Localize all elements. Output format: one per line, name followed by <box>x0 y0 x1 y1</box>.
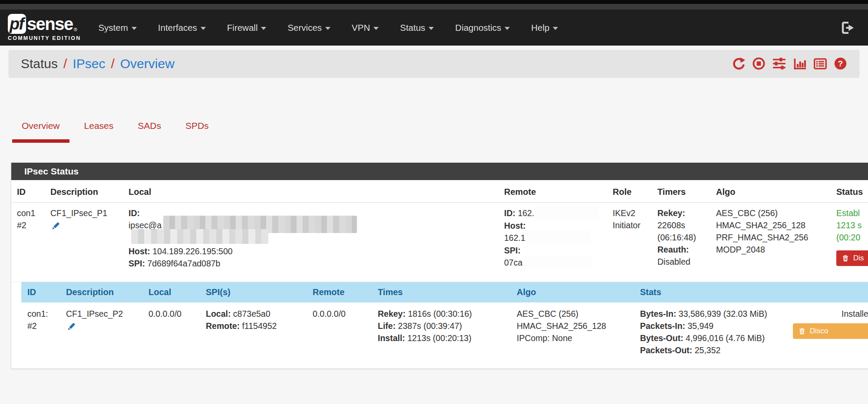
child-remote-cell: 0.0.0.0/0 <box>307 302 372 366</box>
breadcrumb-separator: / <box>111 56 114 71</box>
nav-status-label: Status <box>400 23 425 33</box>
redaction-block <box>525 230 591 244</box>
child-id-cell: con1: #2 <box>21 302 60 366</box>
packets-in-label: Packets-In: <box>640 321 685 331</box>
nav-diagnostics-label: Diagnostics <box>455 23 501 33</box>
column-algo: Algo <box>511 282 634 302</box>
ike-id-line2: #2 <box>17 219 39 231</box>
column-role: Role <box>607 180 652 203</box>
child-description: CF1_IPsec_P2 <box>66 308 136 320</box>
help-icon[interactable]: ? <box>834 57 847 70</box>
rekey-value: 22608s <box>657 219 705 231</box>
sliders-icon[interactable] <box>772 56 786 71</box>
nav-firewall[interactable]: Firewall <box>227 23 267 33</box>
ike-id-cell: con1 #2 <box>11 203 45 282</box>
tab-overview[interactable]: Overview <box>12 121 69 143</box>
edit-pencil-icon[interactable] <box>66 322 76 335</box>
nav-system[interactable]: System <box>98 23 136 33</box>
list-icon[interactable] <box>813 57 827 71</box>
chevron-down-icon <box>505 27 510 30</box>
nav-status[interactable]: Status <box>400 23 434 33</box>
nav-system-label: System <box>98 23 128 33</box>
nav-interfaces[interactable]: Interfaces <box>158 23 206 33</box>
chevron-down-icon <box>553 27 558 30</box>
bar-chart-icon[interactable] <box>793 57 807 71</box>
status-uptime: 1213 s <box>836 219 868 231</box>
remote-spi-label: SPI: <box>504 246 521 255</box>
stop-icon[interactable] <box>752 57 766 70</box>
ike-algo-cell: AES_CBC (256) HMAC_SHA2_256_128 PRF_HMAC… <box>710 203 831 282</box>
nav-vpn[interactable]: VPN <box>352 23 379 33</box>
bytes-in-value: 33,586,939 (32.03 MiB) <box>679 309 767 319</box>
child-state-cell: Installed Disco <box>811 302 868 366</box>
brand-edition: COMMUNITY EDITION <box>8 35 81 41</box>
top-navbar: pf sense ® COMMUNITY EDITION System Inte… <box>0 10 868 46</box>
column-id: ID <box>21 282 60 302</box>
disconnect-child-button[interactable]: Disco <box>793 323 868 339</box>
ike-local-cell: ID: ipsec@a Host: 104.189.226.195:500 SP… <box>123 203 498 282</box>
pf-logo-mark: pf <box>8 14 26 34</box>
trash-icon <box>798 327 806 335</box>
column-description: Description <box>45 180 123 203</box>
time-install-label: Install: <box>378 333 405 343</box>
remote-host-value: 162.1 <box>504 233 525 243</box>
algo-line: PRF_HMAC_SHA2_256 <box>716 231 825 243</box>
nav-help[interactable]: Help <box>531 23 558 33</box>
status-established: Establ <box>836 207 868 219</box>
chevron-down-icon <box>261 27 266 30</box>
child-local-cell: 0.0.0.0/0 <box>142 302 200 366</box>
top-strip-secondary <box>0 4 868 10</box>
status-uptime-hms: (00:20 <box>836 231 868 243</box>
column-remote: Remote <box>307 282 372 302</box>
edit-pencil-icon[interactable] <box>50 221 61 234</box>
disconnect-button-label: Dis <box>853 254 864 263</box>
local-spi-label: SPI: <box>129 259 145 268</box>
disconnect-button[interactable]: Dis <box>836 250 868 266</box>
local-id-label: ID: <box>129 208 140 218</box>
top-strip <box>0 0 868 4</box>
breadcrumb-ipsec-link[interactable]: IPsec <box>73 56 105 71</box>
rekey-time: (06:16:48) <box>657 231 705 243</box>
sign-out-icon[interactable] <box>840 20 855 35</box>
ike-description-cell: CF1_IPsec_P1 <box>45 203 123 282</box>
column-local: Local <box>123 180 498 203</box>
ipsec-status-panel: IPsec Status ID Description Local Remote… <box>11 162 868 369</box>
column-algo: Algo <box>710 180 831 203</box>
page-toolbar: ? <box>732 56 847 71</box>
algo-line: AES_CBC (256) <box>716 207 825 219</box>
tab-spds[interactable]: SPDs <box>176 121 218 143</box>
column-state <box>811 282 868 302</box>
refresh-icon[interactable] <box>732 57 746 70</box>
tab-sads[interactable]: SADs <box>128 121 171 143</box>
algo-line: MODP_2048 <box>716 243 825 256</box>
ike-id-line1: con1 <box>17 207 39 219</box>
child-id-line1: con1: <box>27 308 54 320</box>
column-status: Status <box>831 180 868 203</box>
role-line1: IKEv2 <box>613 207 646 219</box>
breadcrumb: Status / IPsec / Overview <box>21 56 175 71</box>
tab-leases[interactable]: Leases <box>75 121 123 143</box>
ike-remote-cell: ID: 162. Host: 162.1 SPI: 07ca <box>498 203 607 282</box>
nav-services[interactable]: Services <box>287 23 330 33</box>
algo-line: IPComp: None <box>517 332 628 344</box>
reauth-label: Reauth: <box>657 245 689 254</box>
nav-firewall-label: Firewall <box>227 23 258 33</box>
column-remote: Remote <box>498 180 607 203</box>
role-line2: Initiator <box>613 219 646 231</box>
algo-line: AES_CBC (256) <box>517 308 628 320</box>
breadcrumb-overview-link[interactable]: Overview <box>120 56 175 71</box>
pfsense-logo[interactable]: pf sense ® COMMUNITY EDITION <box>8 14 81 41</box>
remote-id-value: 162. <box>518 208 534 218</box>
column-local: Local <box>142 282 200 302</box>
ike-table-header: ID Description Local Remote Role Timers … <box>11 180 868 203</box>
packets-out-value: 25,352 <box>695 345 721 355</box>
child-id-line2: #2 <box>27 320 54 332</box>
nav-help-label: Help <box>531 23 549 33</box>
column-timers: Timers <box>652 180 710 203</box>
nav-interfaces-label: Interfaces <box>158 23 197 33</box>
time-life-label: Life: <box>378 321 396 331</box>
child-table-header: ID Description Local SPI(s) Remote Times… <box>21 282 868 302</box>
remote-spi-value: 07ca <box>504 258 522 267</box>
packets-in-value: 35,949 <box>687 321 713 331</box>
nav-diagnostics[interactable]: Diagnostics <box>455 23 510 33</box>
